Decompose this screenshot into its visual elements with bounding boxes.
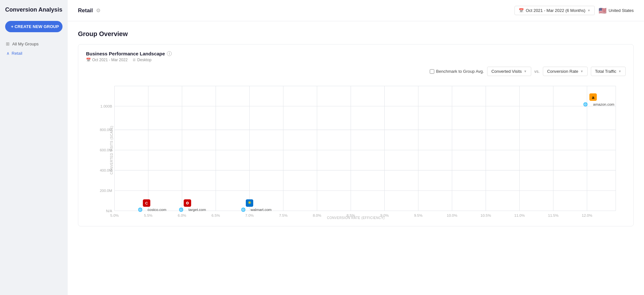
svg-text:6.0%: 6.0%	[178, 214, 186, 217]
svg-text:200.0M: 200.0M	[100, 189, 112, 193]
info-icon[interactable]: i	[167, 51, 172, 56]
topbar-left: Retail ⚙	[78, 7, 101, 14]
svg-text:walmart.com: walmart.com	[250, 208, 272, 212]
vs-label: vs.	[534, 69, 540, 74]
svg-text:1.000B: 1.000B	[101, 104, 112, 108]
x-metric-dropdown[interactable]: Converted Visits ▼	[487, 67, 531, 76]
svg-text:11.5%: 11.5%	[548, 214, 559, 217]
create-new-group-button[interactable]: + CREATE NEW GROUP	[5, 21, 62, 32]
svg-text:✳: ✳	[248, 201, 251, 205]
svg-text:C: C	[145, 201, 148, 205]
svg-text:🌐: 🌐	[583, 102, 588, 107]
svg-text:🌐: 🌐	[179, 207, 184, 212]
chart-meta: 📅 Oct 2021 - Mar 2022 🖥 Desktop	[86, 58, 626, 62]
svg-text:7.0%: 7.0%	[245, 214, 254, 217]
sidebar-title: Conversion Analysis	[5, 6, 62, 13]
svg-text:12.0%: 12.0%	[582, 214, 592, 217]
gear-icon[interactable]: ⚙	[96, 7, 101, 14]
svg-text:6.5%: 6.5%	[212, 214, 220, 217]
monitor-icon: 🖥	[132, 58, 136, 62]
grid-icon: ⊞	[6, 41, 10, 46]
chart-card-header: Business Performance Landscape i 📅 Oct 2…	[86, 51, 626, 62]
y-axis-label: CONVERTED VISITS (SCALE)	[110, 126, 113, 174]
chart-device: 🖥 Desktop	[132, 58, 151, 62]
topbar-right: 📅 Oct 2021 - Mar 2022 (6 Months) ▼ 🇺🇸 Un…	[514, 6, 634, 15]
sidebar-group-retail[interactable]: ∧ Retail	[5, 50, 62, 56]
topbar: Retail ⚙ 📅 Oct 2021 - Mar 2022 (6 Months…	[68, 0, 644, 21]
dropdown-arrow3-icon: ▼	[618, 70, 621, 73]
svg-text:5.0%: 5.0%	[110, 214, 119, 217]
chart-title: Business Performance Landscape i	[86, 51, 626, 56]
dropdown-arrow-icon: ▼	[524, 70, 527, 73]
benchmark-checkbox-label[interactable]: Benchmark to Group Avg.	[430, 69, 484, 74]
y-metric-dropdown[interactable]: Conversion Rate ▼	[543, 67, 588, 76]
svg-text:11.0%: 11.0%	[514, 214, 525, 217]
svg-text:9.5%: 9.5%	[414, 214, 422, 217]
page-section-title: Retail	[78, 7, 93, 14]
svg-text:🌐: 🌐	[241, 207, 246, 212]
group-overview-title: Group Overview	[78, 30, 634, 38]
svg-text:10.5%: 10.5%	[481, 214, 491, 217]
svg-text:target.com: target.com	[188, 208, 206, 212]
x-axis-label: CONVERSION RATE (EFFICIENCY)	[327, 216, 385, 220]
chevron-icon: ∧	[6, 51, 10, 56]
scatter-svg: N/A 200.0M 400.0M 600.0M 800.0M 1.000B 5…	[86, 79, 626, 221]
date-range-button[interactable]: 📅 Oct 2021 - Mar 2022 (6 Months) ▼	[514, 6, 595, 15]
svg-text:10.0%: 10.0%	[447, 214, 457, 217]
svg-text:costco.com: costco.com	[148, 208, 166, 212]
sidebar-nav: ⊞ All My Groups ∧ Retail	[5, 40, 62, 56]
svg-text:7.5%: 7.5%	[279, 214, 287, 217]
us-flag-icon: 🇺🇸	[599, 7, 607, 14]
business-performance-chart-card: Business Performance Landscape i 📅 Oct 2…	[78, 44, 634, 226]
svg-text:🌐: 🌐	[138, 207, 143, 212]
svg-text:amazon.com: amazon.com	[593, 102, 614, 106]
svg-text:8.0%: 8.0%	[313, 214, 321, 217]
group-overview-section: Group Overview	[68, 21, 644, 44]
size-metric-dropdown[interactable]: Total Traffic ▼	[591, 67, 626, 76]
svg-point-56	[187, 202, 188, 204]
dropdown-chevron-icon: ▼	[587, 9, 591, 12]
dropdown-arrow2-icon: ▼	[580, 70, 583, 73]
svg-text:N/A: N/A	[106, 209, 112, 213]
country-selector[interactable]: 🇺🇸 United States	[599, 7, 634, 14]
chart-controls: Benchmark to Group Avg. Converted Visits…	[86, 67, 626, 76]
sidebar: Conversion Analysis + CREATE NEW GROUP ⊞…	[0, 0, 68, 295]
calendar-small-icon: 📅	[86, 58, 91, 62]
chart-date-range: 📅 Oct 2021 - Mar 2022	[86, 58, 128, 62]
benchmark-checkbox[interactable]	[430, 69, 434, 74]
main-content: Retail ⚙ 📅 Oct 2021 - Mar 2022 (6 Months…	[68, 0, 644, 295]
sidebar-item-all-my-groups[interactable]: ⊞ All My Groups	[5, 40, 62, 48]
svg-text:a: a	[592, 95, 594, 100]
svg-text:5.5%: 5.5%	[144, 214, 152, 217]
scatter-chart: CONVERTED VISITS (SCALE) CONVERSION RATE…	[86, 79, 626, 221]
calendar-icon: 📅	[519, 8, 524, 13]
